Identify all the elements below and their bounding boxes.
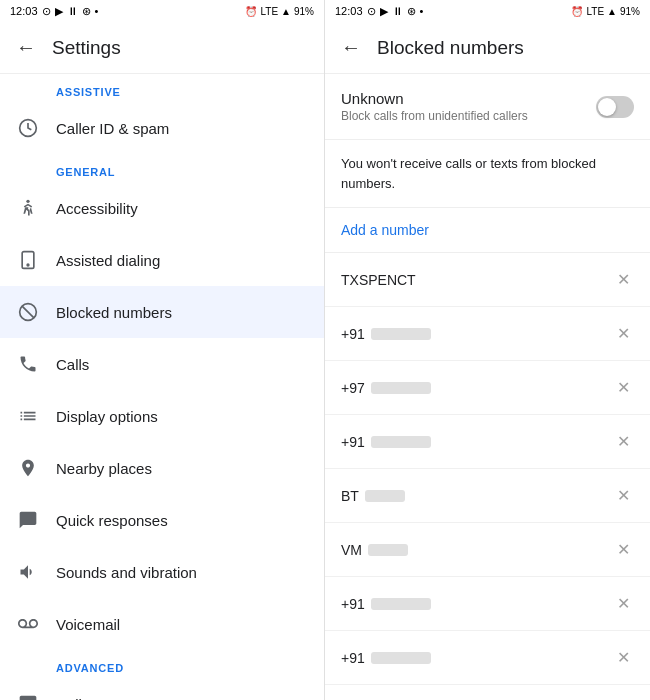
time-right: 12:03 — [335, 5, 363, 17]
blocked-number-blur-4 — [371, 436, 431, 448]
voicemail-label: Voicemail — [56, 616, 120, 633]
unknown-title: Unknown — [341, 90, 596, 107]
voicemail-icon — [16, 612, 40, 636]
signal-icon: ▶ — [55, 5, 63, 18]
status-right-left: ⏰ LTE ▲ 91% — [245, 6, 314, 17]
left-header: ← Settings — [0, 22, 324, 74]
calls-label: Calls — [56, 356, 89, 373]
menu-item-accessibility[interactable]: Accessibility — [0, 182, 324, 234]
music-icon: ⊛ — [82, 5, 91, 18]
left-panel: 12:03 ⊙ ▶ ⏸ ⊛ • ⏰ LTE ▲ 91% ← Settings A… — [0, 0, 325, 700]
blocked-item-2: +91 ✕ — [325, 307, 650, 361]
remove-blocked-7[interactable]: ✕ — [613, 590, 634, 617]
remove-blocked-1[interactable]: ✕ — [613, 266, 634, 293]
remove-blocked-3[interactable]: ✕ — [613, 374, 634, 401]
right-panel: 12:03 ⊙ ▶ ⏸ ⊛ • ⏰ LTE ▲ 91% ← Blocked nu… — [325, 0, 650, 700]
blocked-number-prefix-5: BT — [341, 488, 359, 504]
calls-icon — [16, 352, 40, 376]
accessibility-icon — [16, 196, 40, 220]
remove-blocked-4[interactable]: ✕ — [613, 428, 634, 455]
info-text: You won't receive calls or texts from bl… — [325, 140, 650, 208]
status-bar-right: 12:03 ⊙ ▶ ⏸ ⊛ • ⏰ LTE ▲ 91% — [325, 0, 650, 22]
display-icon — [16, 404, 40, 428]
circle-icon-right: ⊛ — [407, 5, 416, 18]
blocked-number-prefix-8: +91 — [341, 650, 365, 666]
time-left: 12:03 — [10, 5, 38, 17]
blocked-number-blur-7 — [371, 598, 431, 610]
signal-bars-right: ▲ — [607, 6, 617, 17]
caller-id-spam-label: Caller ID & spam — [56, 120, 169, 137]
blocked-item-text-3: +97 — [341, 380, 431, 396]
blocked-item-9: +97 ✕ — [325, 685, 650, 700]
blocked-item-text-4: +91 — [341, 434, 431, 450]
blocked-number-blur-8 — [371, 652, 431, 664]
assisted-dialing-icon — [16, 248, 40, 272]
menu-item-calls[interactable]: Calls — [0, 338, 324, 390]
back-button-left[interactable]: ← — [16, 36, 36, 59]
menu-item-assisted-dialing[interactable]: Assisted dialing — [0, 234, 324, 286]
unknown-row: Unknown Block calls from unidentified ca… — [341, 90, 634, 123]
unknown-toggle[interactable] — [596, 96, 634, 118]
blocked-numbers-title: Blocked numbers — [377, 37, 524, 59]
section-label-assistive: ASSISTIVE — [0, 74, 324, 102]
status-bar-left: 12:03 ⊙ ▶ ⏸ ⊛ • ⏰ LTE ▲ 91% — [0, 0, 324, 22]
caller-id-announcement-label: Caller ID announcement — [56, 696, 218, 701]
signal-bars-left: ▲ — [281, 6, 291, 17]
section-label-general: GENERAL — [0, 154, 324, 182]
location-icon — [16, 456, 40, 480]
status-left: 12:03 ⊙ ▶ ⏸ ⊛ • — [10, 5, 98, 18]
sounds-vibration-label: Sounds and vibration — [56, 564, 197, 581]
block-icon — [16, 300, 40, 324]
blocked-number-prefix-4: +91 — [341, 434, 365, 450]
menu-item-caller-id-announcement[interactable]: Caller ID announcement — [0, 678, 324, 700]
right-header: ← Blocked numbers — [325, 22, 650, 74]
whatsapp-icon: ⊙ — [42, 5, 51, 18]
red-arrow-annotation — [319, 290, 324, 334]
blocked-item-8: +91 ✕ — [325, 631, 650, 685]
quick-responses-label: Quick responses — [56, 512, 168, 529]
blocked-number-blur-6 — [368, 544, 408, 556]
blocked-number-prefix-2: +91 — [341, 326, 365, 342]
menu-item-caller-id-spam[interactable]: Caller ID & spam — [0, 102, 324, 154]
settings-title: Settings — [52, 37, 121, 59]
chat-icon — [16, 508, 40, 532]
blocked-number-prefix-6: VM — [341, 542, 362, 558]
svg-point-1 — [26, 200, 29, 203]
blocked-item-3: +97 ✕ — [325, 361, 650, 415]
blocked-number-blur-5 — [365, 490, 405, 502]
menu-item-nearby-places[interactable]: Nearby places — [0, 442, 324, 494]
call-icon: ⏸ — [67, 5, 78, 17]
nav-icon-right: ▶ — [380, 5, 388, 18]
menu-item-sounds-vibration[interactable]: Sounds and vibration — [0, 546, 324, 598]
blocked-item-text-1: TXSPENCT — [341, 272, 416, 288]
add-number-button[interactable]: Add a number — [325, 208, 650, 253]
blocked-numbers-list: TXSPENCT ✕ +91 ✕ +97 ✕ +91 ✕ — [325, 253, 650, 700]
alarm-icon-right: ⏰ — [571, 6, 583, 17]
remove-blocked-6[interactable]: ✕ — [613, 536, 634, 563]
assisted-dialing-label: Assisted dialing — [56, 252, 160, 269]
blocked-item-text-6: VM — [341, 542, 408, 558]
display-options-label: Display options — [56, 408, 158, 425]
menu-item-quick-responses[interactable]: Quick responses — [0, 494, 324, 546]
section-label-advanced: ADVANCED — [0, 650, 324, 678]
back-button-right[interactable]: ← — [341, 36, 361, 59]
blocked-numbers-label: Blocked numbers — [56, 304, 172, 321]
remove-blocked-8[interactable]: ✕ — [613, 644, 634, 671]
remove-blocked-5[interactable]: ✕ — [613, 482, 634, 509]
menu-item-blocked-numbers[interactable]: Blocked numbers — [0, 286, 324, 338]
blocked-number-prefix-1: TXSPENCT — [341, 272, 416, 288]
blocked-item-4: +91 ✕ — [325, 415, 650, 469]
remove-blocked-2[interactable]: ✕ — [613, 320, 634, 347]
blocked-item-text-5: BT — [341, 488, 405, 504]
menu-item-display-options[interactable]: Display options — [0, 390, 324, 442]
sound-icon — [16, 560, 40, 584]
unknown-section: Unknown Block calls from unidentified ca… — [325, 74, 650, 140]
blocked-item-text-2: +91 — [341, 326, 431, 342]
blocked-item-6: VM ✕ — [325, 523, 650, 577]
battery-right: 91% — [620, 6, 640, 17]
nearby-places-label: Nearby places — [56, 460, 152, 477]
svg-line-5 — [22, 306, 34, 318]
blocked-number-blur-3 — [371, 382, 431, 394]
blocked-number-prefix-7: +91 — [341, 596, 365, 612]
menu-item-voicemail[interactable]: Voicemail — [0, 598, 324, 650]
